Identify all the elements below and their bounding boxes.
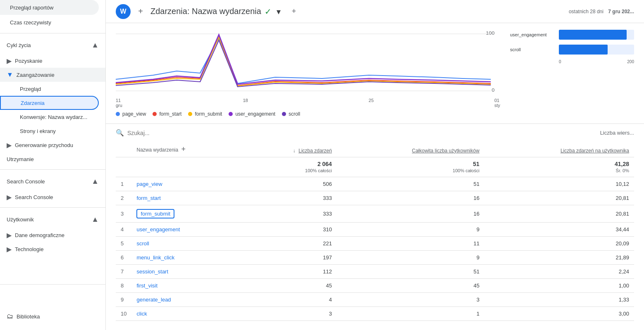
- cell-event-count: 45: [244, 279, 337, 293]
- cell-event-name: session_start: [131, 265, 244, 279]
- event-link[interactable]: form_submit: [136, 209, 174, 218]
- cell-event-count: 310: [244, 223, 337, 237]
- col-event-count-label: Liczba zdarzeń: [298, 148, 332, 154]
- cell-total-users: 9: [337, 251, 484, 265]
- event-link[interactable]: click: [136, 311, 147, 317]
- sidebar-item-utrzymanie[interactable]: Utrzymanie: [0, 152, 105, 166]
- chevron-down-icon: ▾: [277, 7, 281, 17]
- cell-row-num: 1: [116, 177, 131, 191]
- svg-text:100: 100: [486, 31, 495, 36]
- sidebar-section-user[interactable]: Użytkownik ▲: [0, 211, 105, 228]
- cell-event-name: form_start: [131, 191, 244, 205]
- sidebar-item-search-console[interactable]: ▶ Search Console: [0, 190, 105, 204]
- event-link[interactable]: session_start: [136, 268, 168, 275]
- sidebar-item-label: Search Console: [15, 194, 53, 200]
- avatar: W: [116, 4, 131, 19]
- sidebar-section-lifecycle[interactable]: Cykl życia ▲: [0, 37, 105, 54]
- col-event-name[interactable]: Nazwa wydarzenia +: [131, 142, 244, 157]
- sidebar-section-search-console[interactable]: Search Console ▲: [0, 173, 105, 190]
- add-tab-button[interactable]: +: [134, 5, 147, 18]
- sidebar-item-demographics[interactable]: ▶ Dane demograficzne: [0, 228, 105, 242]
- col-event-count[interactable]: ↓ Liczba zdarzeń: [244, 142, 337, 157]
- cell-event-count: 506: [244, 177, 337, 191]
- title-dropdown[interactable]: ▾: [275, 5, 282, 18]
- sidebar-item-strony[interactable]: Strony i ekrany: [0, 124, 105, 138]
- sidebar-item-realtime[interactable]: Czas rzeczywisty: [0, 15, 99, 30]
- table-row: 6menu_link_click197921,89: [116, 251, 634, 265]
- cell-row-num: 10: [116, 307, 131, 321]
- legend-form-submit: form_submit: [188, 111, 222, 117]
- chart-svg: 100 0: [116, 30, 500, 96]
- legend-label: form_submit: [195, 111, 222, 117]
- page-title: Zdarzenia: Nazwa wydarzenia ✓ ▾ +: [150, 5, 569, 18]
- legend-page-view: page_view: [116, 111, 146, 117]
- row-count-text: Liczba wiers...: [600, 130, 634, 136]
- cell-total-users: 3: [337, 293, 484, 307]
- status-check-icon: ✓: [265, 7, 272, 17]
- event-link[interactable]: generate_lead: [136, 297, 171, 303]
- svg-text:0: 0: [491, 88, 494, 93]
- sidebar-item-label: Konwersje: Nazwa wydarz...: [20, 114, 87, 120]
- cell-row-num: 6: [116, 251, 131, 265]
- sidebar-item-generowanie[interactable]: ▶ Generowanie przychodu: [0, 138, 105, 152]
- sidebar-item-przeglaad[interactable]: Przegląd: [0, 82, 105, 96]
- event-link[interactable]: page_view: [136, 181, 162, 187]
- bar-axis-max: 200: [627, 59, 634, 64]
- section-label: Search Console: [7, 178, 45, 185]
- sidebar-item-label: Czas rzeczywisty: [10, 19, 51, 26]
- totals-total-users: 51 100% całości: [337, 157, 484, 177]
- sidebar-item-technologies[interactable]: ▶ Technologie: [0, 242, 105, 256]
- table-row: 1page_view5065110,12: [116, 177, 634, 191]
- event-link[interactable]: menu_link_click: [136, 254, 174, 261]
- event-link[interactable]: first_visit: [136, 283, 157, 289]
- add-column-button[interactable]: +: [181, 145, 186, 154]
- x-label-1: 11gru: [116, 98, 122, 108]
- cell-event-count: 3: [244, 307, 337, 321]
- search-input[interactable]: [127, 130, 210, 136]
- legend-dot: [229, 112, 233, 116]
- search-input-wrap[interactable]: 🔍: [116, 129, 210, 137]
- table-row: 4user_engagement310934,44: [116, 223, 634, 237]
- cell-event-count: 333: [244, 191, 337, 205]
- sidebar-item-overview[interactable]: Przegląd raportów: [0, 0, 99, 15]
- col-total-users[interactable]: Całkowita liczba użytkowników: [337, 142, 484, 157]
- sidebar-item-library[interactable]: 🗂 Biblioteka: [0, 309, 105, 323]
- sidebar-item-acquisition[interactable]: ▶ Pozyskanie: [0, 54, 105, 68]
- bar-fill: [559, 30, 627, 40]
- event-link[interactable]: scroll: [136, 240, 149, 247]
- sidebar-item-engagement[interactable]: ▼ Zaangażowanie: [0, 68, 105, 82]
- cell-total-users: 16: [337, 191, 484, 205]
- line-chart: 100 0 11gr: [116, 30, 500, 117]
- cell-events-per-user: 21,89: [484, 251, 634, 265]
- date-range-display: ostatnich 28 dni 7 gru 202...: [569, 9, 634, 14]
- cell-event-name: click: [131, 307, 244, 321]
- section-label: Cykl życia: [7, 42, 31, 48]
- arrow-right-icon2: ▶: [7, 141, 12, 149]
- topbar: W + Zdarzenia: Nazwa wydarzenia ✓ ▾ + os…: [106, 0, 644, 23]
- cell-event-name: first_visit: [131, 279, 244, 293]
- cell-total-users: 9: [337, 223, 484, 237]
- cell-events-per-user: 1,00: [484, 279, 634, 293]
- cell-event-name: generate_lead: [131, 293, 244, 307]
- col-events-per-user[interactable]: Liczba zdarzeń na użytkownika: [484, 142, 634, 157]
- bar-axis-min: 0: [559, 59, 561, 64]
- folder-icon: 🗂: [7, 313, 13, 320]
- event-link[interactable]: user_engagement: [136, 226, 180, 233]
- event-link[interactable]: form_start: [136, 195, 161, 201]
- sidebar-item-zdarzenia[interactable]: Zdarzenia: [0, 96, 99, 110]
- add-comparison-button[interactable]: +: [287, 5, 301, 18]
- sidebar-item-label: Zdarzenia: [21, 100, 45, 106]
- legend-label: scroll: [289, 111, 300, 117]
- collapse-icon: ▲: [91, 41, 99, 50]
- legend-label: page_view: [122, 111, 146, 117]
- sidebar-item-konwersje[interactable]: Konwersje: Nazwa wydarz...: [0, 110, 105, 124]
- sidebar-item-label: Utrzymanie: [7, 156, 34, 162]
- table-row: 7session_start112512,24: [116, 265, 634, 279]
- cell-event-name: scroll: [131, 237, 244, 251]
- table-section: 🔍 Liczba wiers... Nazwa wydarzenia + ↓: [106, 124, 644, 330]
- legend-scroll: scroll: [282, 111, 300, 117]
- cell-events-per-user: 20,81: [484, 191, 634, 205]
- sidebar: Przegląd raportów Czas rzeczywisty Cykl …: [0, 0, 106, 330]
- legend-user-engagement: user_engagement: [229, 111, 275, 117]
- arrow-right-icon5: ▶: [7, 245, 12, 253]
